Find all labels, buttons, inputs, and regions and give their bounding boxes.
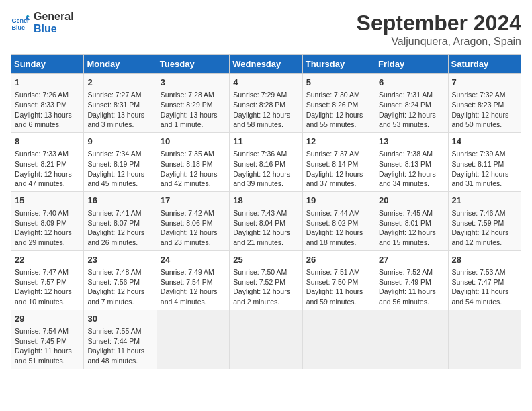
cell-text: Sunset: 7:45 PM bbox=[15, 336, 80, 347]
cell-text: Sunset: 8:21 PM bbox=[15, 159, 80, 169]
cell-text: Daylight: 12 hours and 21 minutes. bbox=[233, 228, 298, 247]
table-row: 22Sunrise: 7:47 AMSunset: 7:57 PMDayligh… bbox=[11, 250, 84, 310]
day-number: 12 bbox=[306, 136, 371, 148]
cell-text: Sunset: 8:07 PM bbox=[87, 218, 152, 228]
cell-text: Daylight: 11 hours and 54 minutes. bbox=[452, 287, 517, 306]
cell-text: Sunrise: 7:33 AM bbox=[15, 149, 80, 159]
day-number: 25 bbox=[233, 254, 298, 266]
cell-text: Daylight: 11 hours and 56 minutes. bbox=[379, 287, 444, 306]
table-row bbox=[157, 310, 229, 369]
day-number: 18 bbox=[233, 195, 298, 207]
cell-text: Daylight: 12 hours and 42 minutes. bbox=[161, 169, 226, 189]
day-number: 10 bbox=[161, 136, 226, 148]
cell-text: Daylight: 12 hours and 37 minutes. bbox=[306, 169, 371, 189]
cell-text: Sunset: 7:59 PM bbox=[452, 218, 517, 228]
day-number: 17 bbox=[161, 195, 226, 207]
cell-text: Sunrise: 7:28 AM bbox=[161, 90, 226, 100]
cell-text: Sunset: 8:29 PM bbox=[161, 100, 226, 110]
cell-text: Sunset: 7:54 PM bbox=[161, 277, 226, 287]
day-number: 24 bbox=[161, 254, 226, 266]
table-row: 14Sunrise: 7:39 AMSunset: 8:11 PMDayligh… bbox=[448, 132, 521, 191]
cell-text: Sunset: 8:23 PM bbox=[452, 100, 517, 110]
day-number: 27 bbox=[379, 254, 444, 266]
table-row bbox=[230, 310, 302, 369]
table-row: 11Sunrise: 7:36 AMSunset: 8:16 PMDayligh… bbox=[230, 132, 302, 191]
cell-text: Daylight: 12 hours and 55 minutes. bbox=[306, 110, 371, 130]
day-number: 29 bbox=[15, 313, 80, 325]
cell-text: Sunset: 8:11 PM bbox=[452, 159, 517, 169]
cell-text: Sunrise: 7:51 AM bbox=[306, 267, 371, 277]
table-row: 4Sunrise: 7:29 AMSunset: 8:28 PMDaylight… bbox=[230, 74, 302, 133]
logo-text-line1: General bbox=[34, 11, 74, 23]
day-number: 19 bbox=[306, 195, 371, 207]
table-row: 13Sunrise: 7:38 AMSunset: 8:13 PMDayligh… bbox=[375, 132, 448, 191]
calendar-week-row: 1Sunrise: 7:26 AMSunset: 8:33 PMDaylight… bbox=[11, 74, 521, 133]
table-row: 1Sunrise: 7:26 AMSunset: 8:33 PMDaylight… bbox=[11, 74, 84, 133]
cell-text: Daylight: 12 hours and 58 minutes. bbox=[233, 110, 298, 130]
cell-text: Sunset: 8:26 PM bbox=[306, 100, 371, 110]
header-friday: Friday bbox=[375, 55, 448, 74]
cell-text: Sunrise: 7:41 AM bbox=[87, 208, 152, 218]
day-number: 21 bbox=[452, 195, 517, 207]
table-row: 10Sunrise: 7:35 AMSunset: 8:18 PMDayligh… bbox=[157, 132, 229, 191]
header-monday: Monday bbox=[84, 55, 157, 74]
cell-text: Daylight: 12 hours and 12 minutes. bbox=[452, 228, 517, 247]
day-number: 16 bbox=[87, 195, 152, 207]
day-number: 28 bbox=[452, 254, 517, 266]
cell-text: Sunset: 8:06 PM bbox=[161, 218, 226, 228]
month-year-title: September 2024 bbox=[357, 11, 521, 36]
cell-text: Daylight: 12 hours and 39 minutes. bbox=[233, 169, 298, 189]
calendar-week-row: 29Sunrise: 7:54 AMSunset: 7:45 PMDayligh… bbox=[11, 310, 521, 369]
cell-text: Sunrise: 7:27 AM bbox=[87, 90, 152, 100]
cell-text: Sunset: 7:49 PM bbox=[379, 277, 444, 287]
cell-text: Sunset: 8:16 PM bbox=[233, 159, 298, 169]
day-number: 14 bbox=[452, 136, 517, 148]
calendar-week-row: 8Sunrise: 7:33 AMSunset: 8:21 PMDaylight… bbox=[11, 132, 521, 191]
cell-text: Daylight: 12 hours and 45 minutes. bbox=[87, 169, 152, 189]
cell-text: Daylight: 12 hours and 34 minutes. bbox=[379, 169, 444, 189]
day-number: 13 bbox=[379, 136, 444, 148]
cell-text: Sunrise: 7:38 AM bbox=[379, 149, 444, 159]
cell-text: Sunrise: 7:39 AM bbox=[452, 149, 517, 159]
cell-text: Sunset: 8:01 PM bbox=[379, 218, 444, 228]
cell-text: Sunset: 7:47 PM bbox=[452, 277, 517, 287]
table-row: 28Sunrise: 7:53 AMSunset: 7:47 PMDayligh… bbox=[448, 250, 521, 310]
table-row: 25Sunrise: 7:50 AMSunset: 7:52 PMDayligh… bbox=[230, 250, 302, 310]
table-row: 12Sunrise: 7:37 AMSunset: 8:14 PMDayligh… bbox=[302, 132, 375, 191]
cell-text: Daylight: 12 hours and 23 minutes. bbox=[161, 228, 226, 247]
cell-text: Sunrise: 7:52 AM bbox=[379, 267, 444, 277]
svg-marker-2 bbox=[26, 14, 30, 17]
cell-text: Sunrise: 7:26 AM bbox=[15, 90, 80, 100]
calendar-week-row: 22Sunrise: 7:47 AMSunset: 7:57 PMDayligh… bbox=[11, 250, 521, 310]
table-row: 9Sunrise: 7:34 AMSunset: 8:19 PMDaylight… bbox=[84, 132, 157, 191]
day-number: 20 bbox=[379, 195, 444, 207]
cell-text: Sunrise: 7:45 AM bbox=[379, 208, 444, 218]
cell-text: Sunset: 8:24 PM bbox=[379, 100, 444, 110]
day-number: 7 bbox=[452, 77, 517, 89]
cell-text: Daylight: 12 hours and 7 minutes. bbox=[87, 287, 152, 306]
table-row bbox=[448, 310, 521, 369]
cell-text: Sunrise: 7:53 AM bbox=[452, 267, 517, 277]
table-row: 7Sunrise: 7:32 AMSunset: 8:23 PMDaylight… bbox=[448, 74, 521, 133]
cell-text: Daylight: 13 hours and 3 minutes. bbox=[87, 110, 152, 130]
cell-text: Daylight: 11 hours and 51 minutes. bbox=[15, 346, 80, 365]
cell-text: Sunrise: 7:34 AM bbox=[87, 149, 152, 159]
table-row: 2Sunrise: 7:27 AMSunset: 8:31 PMDaylight… bbox=[84, 74, 157, 133]
table-row: 29Sunrise: 7:54 AMSunset: 7:45 PMDayligh… bbox=[11, 310, 84, 369]
cell-text: Sunset: 8:31 PM bbox=[87, 100, 152, 110]
day-number: 3 bbox=[161, 77, 226, 89]
cell-text: Sunrise: 7:31 AM bbox=[379, 90, 444, 100]
cell-text: Sunrise: 7:40 AM bbox=[15, 208, 80, 218]
cell-text: Sunset: 8:09 PM bbox=[15, 218, 80, 228]
table-row: 26Sunrise: 7:51 AMSunset: 7:50 PMDayligh… bbox=[302, 250, 375, 310]
table-row: 19Sunrise: 7:44 AMSunset: 8:02 PMDayligh… bbox=[302, 191, 375, 250]
cell-text: Sunset: 8:18 PM bbox=[161, 159, 226, 169]
header-wednesday: Wednesday bbox=[230, 55, 302, 74]
cell-text: Daylight: 12 hours and 29 minutes. bbox=[15, 228, 80, 247]
table-row: 8Sunrise: 7:33 AMSunset: 8:21 PMDaylight… bbox=[11, 132, 84, 191]
table-row: 6Sunrise: 7:31 AMSunset: 8:24 PMDaylight… bbox=[375, 74, 448, 133]
cell-text: Sunrise: 7:50 AM bbox=[233, 267, 298, 277]
cell-text: Sunrise: 7:35 AM bbox=[161, 149, 226, 159]
table-row: 20Sunrise: 7:45 AMSunset: 8:01 PMDayligh… bbox=[375, 191, 448, 250]
cell-text: Sunset: 7:50 PM bbox=[306, 277, 371, 287]
